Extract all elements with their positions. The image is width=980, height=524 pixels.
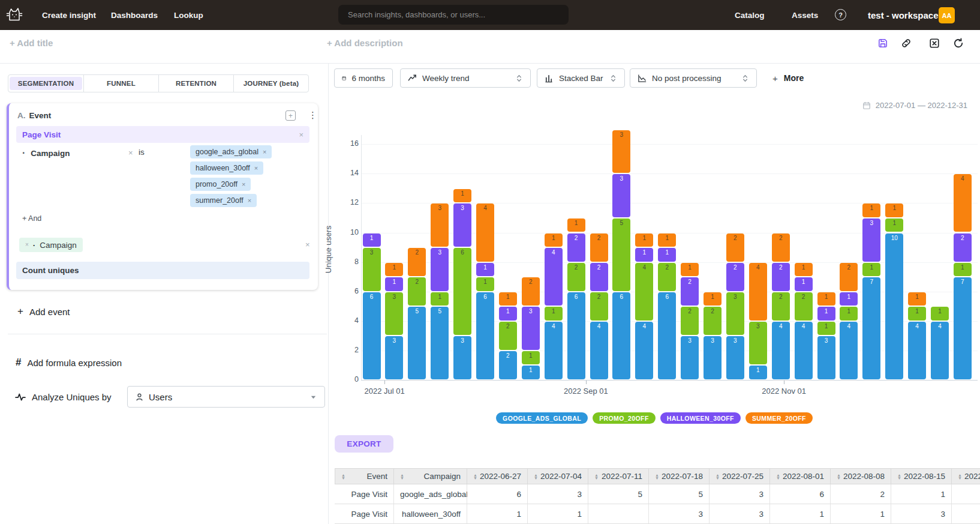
add-event-button[interactable]: + Add event <box>17 306 70 318</box>
sort-icon[interactable]: ▲▼ <box>776 474 780 480</box>
bar-segment[interactable]: 4 <box>908 322 926 379</box>
close-icon[interactable]: × <box>242 181 245 188</box>
bar-segment[interactable]: 2 <box>408 277 426 306</box>
bar-segment[interactable]: 3 <box>726 292 744 336</box>
bar-segment[interactable]: 2 <box>590 233 608 262</box>
filter-operator[interactable]: is <box>139 148 145 157</box>
add-formula-button[interactable]: # Add formula expression <box>16 357 122 369</box>
bar-segment[interactable]: 2 <box>567 263 585 291</box>
bar-segment[interactable]: 6 <box>363 292 381 379</box>
bar-segment[interactable]: 1 <box>817 307 835 321</box>
bar-segment[interactable]: 3 <box>612 174 630 217</box>
bar-segment[interactable]: 2 <box>772 263 790 291</box>
legend-pill[interactable]: PROMO_20OFF <box>593 412 656 424</box>
bar-segment[interactable]: 3 <box>431 248 449 291</box>
bar-segment[interactable]: 6 <box>476 292 494 379</box>
bar-segment[interactable]: 1 <box>385 263 403 277</box>
bar-segment[interactable]: 1 <box>522 366 540 379</box>
bar-segment[interactable]: 1 <box>840 292 858 306</box>
avatar[interactable]: AA <box>939 7 955 23</box>
bar-segment[interactable]: 2 <box>704 307 722 335</box>
close-icon[interactable]: × <box>128 149 133 157</box>
table-header-cell[interactable]: ▲▼2022-08-15 <box>891 468 952 484</box>
bar-segment[interactable]: 10 <box>885 233 903 380</box>
bar-segment[interactable]: 2 <box>681 307 699 335</box>
workspace-switcher[interactable]: test - workspace <box>868 0 939 30</box>
legend-pill[interactable]: HALLOWEEN_30OFF <box>660 412 741 424</box>
sort-icon[interactable]: ▲▼ <box>897 474 901 480</box>
bar-segment[interactable]: 3 <box>453 203 471 247</box>
time-window-button[interactable]: 6 months <box>334 68 393 88</box>
bar-segment[interactable]: 2 <box>795 292 813 321</box>
bar-segment[interactable]: 1 <box>635 233 653 247</box>
link-icon[interactable] <box>900 37 912 49</box>
table-header-cell[interactable]: ▲▼2022-08-22 <box>952 468 980 484</box>
filter-value-pill[interactable]: summer_20off× <box>190 194 257 207</box>
sort-icon[interactable]: ▲▼ <box>958 474 962 480</box>
breakdown-pill[interactable]: × · Campaign <box>19 238 83 252</box>
bar-segment[interactable]: 1 <box>931 307 949 321</box>
bar-segment[interactable]: 1 <box>567 218 585 232</box>
bar-segment[interactable]: 3 <box>704 336 722 379</box>
sort-icon[interactable]: ▲▼ <box>400 474 404 480</box>
sort-icon[interactable]: ▲▼ <box>594 474 599 480</box>
bar-segment[interactable]: 1 <box>862 263 880 277</box>
analyze-unit-select[interactable]: Users <box>127 386 325 408</box>
bar-segment[interactable]: 2 <box>499 322 517 350</box>
bar-segment[interactable]: 1 <box>431 292 449 306</box>
bar-segment[interactable]: 2 <box>772 292 790 321</box>
bar-segment[interactable]: 2 <box>726 233 744 262</box>
bar-segment[interactable]: 3 <box>431 203 449 247</box>
bar-segment[interactable]: 1 <box>545 233 563 247</box>
bar-segment[interactable]: 2 <box>726 263 744 291</box>
sort-icon[interactable]: ▲▼ <box>655 474 659 480</box>
bar-segment[interactable]: 6 <box>658 292 676 379</box>
bar-segment[interactable]: 1 <box>954 263 972 277</box>
filter-value-pill[interactable]: promo_20off× <box>190 178 251 191</box>
bar-segment[interactable]: 3 <box>726 336 744 379</box>
legend-pill[interactable]: SUMMER_20OFF <box>745 412 813 424</box>
sort-icon[interactable]: ▲▼ <box>837 474 841 480</box>
table-header-cell[interactable]: ▲▼Event <box>335 468 394 484</box>
bar-segment[interactable]: 3 <box>612 130 630 173</box>
bar-segment[interactable]: 3 <box>453 336 471 379</box>
bar-segment[interactable]: 4 <box>772 322 790 379</box>
bar-segment[interactable]: 1 <box>885 203 903 217</box>
refresh-icon[interactable] <box>952 37 964 49</box>
tab-segmentation[interactable]: SEGMENTATION <box>8 75 83 92</box>
help-icon[interactable]: ? <box>835 9 846 20</box>
bar-segment[interactable]: 3 <box>363 248 381 291</box>
nav-item[interactable]: Assets <box>792 0 818 30</box>
chart-type-select[interactable]: Stacked Bar <box>537 68 625 88</box>
table-header-cell[interactable]: ▲▼Campaign <box>394 468 467 484</box>
bar-segment[interactable]: 4 <box>590 322 608 379</box>
bar-segment[interactable]: 1 <box>545 307 563 321</box>
bar-segment[interactable]: 4 <box>840 322 858 379</box>
table-header-cell[interactable]: ▲▼2022-07-04 <box>528 468 588 484</box>
filter-property[interactable]: Campaign <box>31 149 70 158</box>
post-processing-select[interactable]: No post processing <box>630 68 757 88</box>
bar-segment[interactable]: 2 <box>590 263 608 291</box>
bar-segment[interactable]: 2 <box>840 263 858 291</box>
bar-segment[interactable]: 5 <box>612 218 630 291</box>
bar-segment[interactable]: 1 <box>499 292 517 306</box>
sort-icon[interactable]: ▲▼ <box>534 474 538 480</box>
sort-icon[interactable]: ▲▼ <box>341 474 345 480</box>
bar-segment[interactable]: 2 <box>772 233 790 262</box>
close-icon[interactable]: × <box>254 165 258 172</box>
close-icon[interactable]: × <box>25 242 29 248</box>
save-icon[interactable] <box>877 37 889 49</box>
bar-segment[interactable]: 6 <box>453 248 471 335</box>
bar-segment[interactable]: 1 <box>522 351 540 365</box>
close-icon[interactable]: × <box>305 241 310 248</box>
bar-segment[interactable]: 4 <box>795 322 813 379</box>
bar-segment[interactable]: 3 <box>681 336 699 379</box>
bar-segment[interactable]: 2 <box>681 277 699 306</box>
bar-segment[interactable]: 6 <box>567 292 585 379</box>
table-header-cell[interactable]: ▲▼2022-07-18 <box>649 468 710 484</box>
table-header-cell[interactable]: ▲▼2022-07-25 <box>710 468 770 484</box>
nav-item[interactable]: Dashboards <box>111 0 158 30</box>
bar-segment[interactable]: 1 <box>840 307 858 321</box>
bar-segment[interactable]: 2 <box>590 292 608 321</box>
trend-select[interactable]: Weekly trend <box>400 68 531 88</box>
